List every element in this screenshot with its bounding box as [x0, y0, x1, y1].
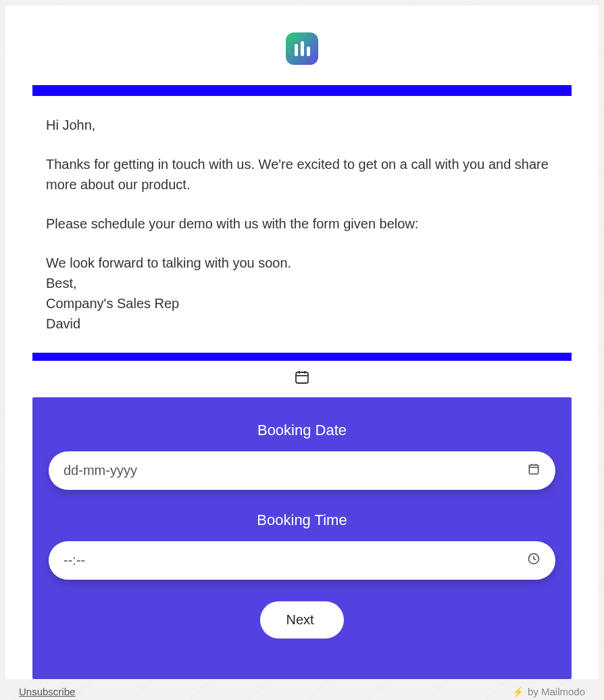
calendar-icon-section — [5, 361, 599, 397]
message-paragraph-3: We look forward to talking with you soon… — [46, 253, 558, 273]
branding-text: ⚡ by Mailmodo — [512, 686, 585, 697]
svg-rect-4 — [529, 465, 538, 474]
message-body: Hi John, Thanks for getting in touch wit… — [5, 96, 599, 353]
message-paragraph-2: Please schedule your demo with us with t… — [46, 214, 558, 234]
svg-rect-0 — [296, 372, 308, 383]
branding-label: by Mailmodo — [528, 686, 585, 697]
booking-time-label: Booking Time — [49, 511, 555, 529]
divider-bar-top — [32, 85, 572, 96]
brand-logo — [286, 32, 318, 65]
logo-section — [5, 5, 599, 85]
signature-name: David — [46, 314, 558, 334]
message-paragraph-1: Thanks for getting in touch with us. We'… — [46, 154, 558, 195]
email-container: Hi John, Thanks for getting in touch wit… — [5, 5, 599, 679]
booking-date-input[interactable]: dd-mm-yyyy — [49, 451, 555, 490]
greeting-text: Hi John, — [46, 115, 558, 135]
email-footer: Unsubscribe ⚡ by Mailmodo — [19, 686, 585, 697]
booking-time-input[interactable]: --:-- — [49, 541, 555, 580]
date-placeholder: dd-mm-yyyy — [64, 463, 137, 478]
calendar-icon — [294, 369, 310, 388]
time-placeholder: --:-- — [64, 553, 85, 568]
closing-text: Best, — [46, 273, 558, 293]
unsubscribe-link[interactable]: Unsubscribe — [19, 686, 75, 697]
svg-line-10 — [534, 559, 536, 560]
booking-date-label: Booking Date — [49, 422, 555, 439]
time-picker-icon[interactable] — [527, 552, 540, 569]
divider-bar-bottom — [32, 353, 572, 361]
next-button[interactable]: Next — [260, 601, 343, 639]
booking-form-panel: Booking Date dd-mm-yyyy Booking Time --:… — [32, 397, 572, 679]
signature-role: Company's Sales Rep — [46, 293, 558, 314]
bolt-icon: ⚡ — [512, 686, 524, 697]
date-picker-icon[interactable] — [527, 462, 540, 479]
